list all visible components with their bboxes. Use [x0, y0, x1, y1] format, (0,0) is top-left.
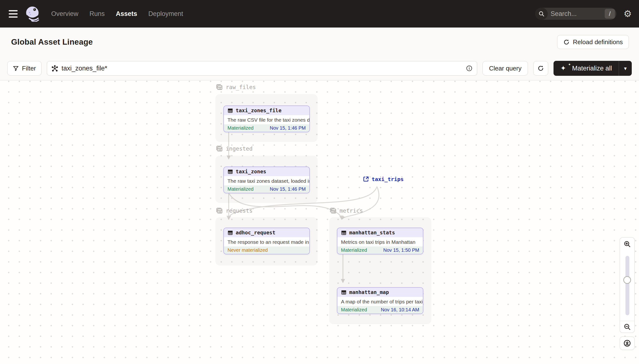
asset-graph-query-icon [52, 65, 58, 72]
external-asset-name: taxi_trips [372, 176, 404, 182]
refresh-icon [537, 65, 544, 72]
nav-item-deployment[interactable]: Deployment [148, 10, 183, 18]
asset-node-taxi-zones[interactable]: taxi_zones The raw taxi zones dataset, l… [223, 166, 310, 193]
reload-definitions-label: Reload definitions [573, 38, 623, 46]
main-nav: Overview Runs Assets Deployment [51, 10, 183, 18]
asset-name: taxi_zones [236, 169, 266, 174]
asset-description: The raw taxi zones dataset, loaded int..… [224, 176, 309, 186]
asset-timestamp: Nov 15, 1:46 PM [270, 186, 306, 192]
reload-definitions-button[interactable]: Reload definitions [557, 35, 629, 49]
filter-label: Filter [22, 65, 36, 72]
group-name: raw_files [226, 84, 256, 90]
external-asset-taxi-trips[interactable]: taxi_trips [363, 176, 404, 182]
settings-gear-icon[interactable]: ⚙ [623, 9, 632, 18]
navbar: Overview Runs Assets Deployment / ⚙ [0, 0, 639, 28]
asset-query-field[interactable] [47, 61, 477, 76]
search-shortcut-badge: / [605, 9, 615, 18]
table-icon [341, 290, 347, 295]
materialize-all-button[interactable]: ✦✦ Materialize all [553, 61, 619, 76]
group-label-raw-files[interactable]: raw_files [215, 83, 256, 91]
asset-description: The response to an request made in th... [224, 237, 309, 246]
group-name: ingested [226, 146, 253, 152]
hamburger-menu-icon[interactable] [9, 10, 18, 18]
search-input[interactable] [548, 10, 605, 18]
zoom-in-icon [623, 240, 631, 248]
materialize-options-caret[interactable]: ▾ [619, 61, 632, 76]
group-name: metrics [340, 208, 363, 214]
sparkle-icon: ✦✦ [560, 65, 568, 72]
table-icon [228, 108, 233, 114]
filter-funnel-icon [13, 66, 19, 72]
search-icon [535, 8, 548, 20]
asset-node-taxi-zones-file[interactable]: taxi_zones_file The raw CSV file for the… [223, 106, 310, 132]
materialize-all-label: Materialize all [572, 65, 612, 72]
asset-name: taxi_zones_file [236, 108, 282, 114]
asset-status: Never materialized [228, 248, 268, 253]
asset-timestamp: Nov 15, 1:50 PM [383, 248, 419, 253]
asset-name: manhattan_stats [349, 230, 395, 236]
query-info-icon[interactable] [466, 65, 473, 72]
group-name: requests [226, 208, 253, 214]
page-title: Global Asset Lineage [11, 38, 93, 46]
table-icon [228, 169, 233, 174]
global-search[interactable]: / [535, 8, 616, 20]
table-icon [228, 230, 233, 236]
group-stack-icon [215, 145, 223, 152]
page-header: Global Asset Lineage Reload definitions [0, 28, 639, 56]
asset-name: manhattan_map [349, 290, 389, 295]
asset-timestamp: Nov 15, 1:46 PM [270, 125, 306, 131]
asset-node-manhattan-stats[interactable]: manhattan_stats Metrics on taxi trips in… [337, 228, 423, 254]
zoom-controls [620, 237, 635, 350]
zoom-slider-handle[interactable] [623, 276, 631, 284]
asset-status: Materialized [341, 307, 367, 312]
nav-item-runs[interactable]: Runs [90, 10, 105, 18]
nav-item-assets[interactable]: Assets [116, 10, 137, 18]
clear-query-label: Clear query [489, 65, 521, 72]
materialize-all-split-button: ✦✦ Materialize all ▾ [553, 61, 632, 76]
asset-status: Materialized [228, 186, 254, 192]
group-label-metrics[interactable]: metrics [329, 207, 363, 214]
asset-description: A map of the number of trips per taxi z.… [337, 297, 423, 306]
refresh-graph-button[interactable] [533, 61, 548, 76]
lineage-toolbar: Filter Clear query [0, 56, 639, 80]
arrow-down-circle-icon [623, 340, 631, 347]
group-stack-icon [215, 83, 223, 91]
zoom-slider-track[interactable] [625, 256, 629, 315]
lineage-edges [0, 80, 639, 364]
external-link-icon [363, 176, 369, 182]
table-icon [341, 230, 347, 236]
zoom-out-button[interactable] [620, 321, 635, 333]
recenter-view-button[interactable] [620, 336, 635, 350]
zoom-slider[interactable] [620, 250, 635, 321]
lineage-canvas[interactable]: raw_files ingested requests metrics taxi… [0, 80, 639, 364]
asset-description: Metrics on taxi trips in Manhattan [337, 237, 423, 246]
zoom-out-icon [623, 323, 631, 330]
asset-status: Materialized [228, 125, 254, 131]
dagster-logo-icon[interactable] [25, 6, 41, 22]
nav-item-overview[interactable]: Overview [51, 10, 79, 18]
asset-node-manhattan-map[interactable]: manhattan_map A map of the number of tri… [337, 287, 423, 314]
reload-icon [563, 39, 570, 46]
group-stack-icon [215, 207, 223, 214]
group-stack-icon [329, 207, 337, 214]
asset-name: adhoc_request [236, 230, 275, 236]
asset-node-adhoc-request[interactable]: adhoc_request The response to an request… [223, 228, 310, 254]
asset-status: Materialized [341, 248, 367, 253]
asset-timestamp: Nov 16, 10:14 AM [381, 307, 419, 312]
group-label-requests[interactable]: requests [215, 207, 253, 214]
zoom-in-button[interactable] [620, 237, 635, 250]
group-label-ingested[interactable]: ingested [215, 145, 253, 152]
clear-query-button[interactable]: Clear query [482, 61, 528, 76]
asset-description: The raw CSV file for the taxi zones dat.… [224, 115, 309, 124]
asset-query-input[interactable] [62, 65, 462, 72]
filter-button[interactable]: Filter [7, 61, 42, 76]
